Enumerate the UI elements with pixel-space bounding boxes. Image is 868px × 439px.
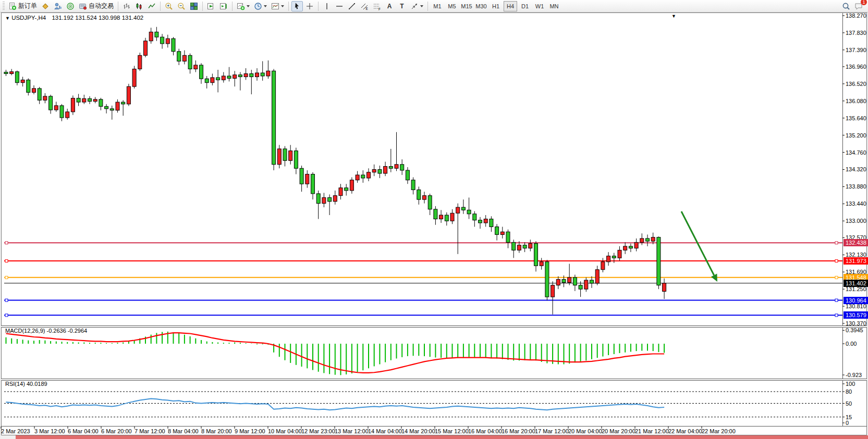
time-axis-label: 2 Mar 2023 — [1, 428, 30, 434]
toolbar-separator — [318, 2, 319, 11]
fibonacci-button[interactable]: F — [371, 1, 383, 11]
crosshair-icon — [305, 2, 314, 10]
time-axis-label: 17 Mar 12:00 — [535, 428, 569, 434]
channel-icon: E — [360, 2, 369, 10]
horizontal-line-button[interactable] — [334, 1, 345, 11]
bar-chart-button[interactable] — [121, 1, 132, 11]
time-axis-label: 8 Mar 20:00 — [201, 428, 232, 434]
cursor-button[interactable] — [291, 1, 303, 11]
text-label-button-glyph: T — [400, 3, 404, 10]
chart-ohlc-values: 131.192 131.524 130.998 131.402 — [52, 15, 143, 21]
tile-windows-button[interactable] — [188, 1, 200, 11]
notifications-button[interactable]: 1 — [853, 1, 864, 11]
chart-symbol-period: USDJPY-,H4 — [11, 15, 46, 21]
macd-panel-splitter[interactable] — [1, 325, 867, 328]
price-axis-label: 131.250 — [846, 286, 866, 292]
vline-icon — [323, 2, 331, 10]
line-chart-button[interactable] — [146, 1, 157, 11]
chevron-down-icon — [264, 5, 267, 7]
timeframe-button-m30[interactable]: M30 — [474, 1, 488, 11]
chart-dropdown-marker[interactable]: ▼ — [671, 14, 676, 19]
toolbar-separator — [288, 2, 289, 11]
channel-button[interactable]: E — [359, 1, 370, 11]
toolbar-separator — [202, 2, 203, 11]
crosshair-button[interactable] — [304, 1, 315, 11]
rsi-axis-label: 15 — [846, 414, 852, 420]
fibo-icon: F — [373, 2, 381, 10]
price-line-badge-131.973: 131.973 — [843, 257, 868, 265]
timeframe-button-h4[interactable]: H4 — [504, 1, 517, 11]
price-axis-label: 136.520 — [846, 81, 866, 87]
rsi-axis-label: 50 — [846, 400, 852, 407]
text-button[interactable]: A — [384, 1, 395, 11]
autotrading-button-label: 自动交易 — [89, 2, 114, 10]
price-axis-label: 133.000 — [846, 218, 866, 224]
auto-scroll-button[interactable] — [205, 1, 217, 11]
rsi-axis-label: 0 — [846, 420, 849, 426]
rsi-panel-splitter[interactable] — [1, 379, 867, 381]
time-axis-label: 20 Mar 04:00 — [568, 428, 602, 434]
search-button[interactable] — [840, 1, 852, 11]
price-axis-label: 137.390 — [846, 47, 866, 53]
shift-icon — [219, 2, 228, 10]
timeframe-button-mn[interactable]: MN — [547, 1, 561, 11]
timeframe-button-m5[interactable]: M5 — [445, 1, 459, 11]
zoom-out-button[interactable] — [176, 1, 187, 11]
toolbar-grip[interactable] — [3, 2, 5, 11]
toolbar-right-group: 1 — [840, 1, 865, 11]
zoom-in-button[interactable] — [163, 1, 175, 11]
timeframe-button-h1[interactable]: H1 — [489, 1, 503, 11]
template-button[interactable] — [270, 1, 286, 11]
trendline-button[interactable] — [346, 1, 358, 11]
macd-axis-label: -0.923 — [846, 372, 862, 378]
chart-shift-button[interactable] — [218, 1, 229, 11]
signals-button[interactable] — [65, 1, 76, 11]
vertical-line-button[interactable] — [321, 1, 333, 11]
price-axis-label: 136.080 — [846, 98, 866, 104]
timeframe-button-d1[interactable]: D1 — [518, 1, 532, 11]
price-axis-label: 130.810 — [846, 303, 866, 309]
time-axis-label: 7 Mar 12:00 — [135, 428, 165, 434]
text-label-button[interactable]: T — [396, 1, 408, 11]
price-axis-label: 134.760 — [846, 149, 866, 156]
search-icon — [842, 2, 850, 10]
person-icon — [54, 2, 62, 10]
new-order-button[interactable]: 新订单 — [7, 1, 39, 11]
time-axis-label: 10 Mar 04:00 — [268, 428, 302, 434]
autotrade-icon — [79, 2, 87, 10]
period-button[interactable] — [252, 1, 268, 11]
price-line-badge-132.438: 132.438 — [843, 239, 868, 246]
arrows-button[interactable] — [409, 1, 425, 11]
time-axis-label: 14 Mar 20:00 — [401, 428, 435, 434]
terminal-window: 新订单自动交易EFATM1M5M15M30H1H4D1W1MN1 ▼ USDJP… — [0, 0, 868, 439]
rsi-indicator-label: RSI(14) 40.0189 — [5, 381, 47, 387]
toolbar-separator — [118, 2, 118, 11]
macd-axis-label: 0.3945 — [846, 327, 863, 333]
zoomin-icon — [165, 2, 173, 10]
price-axis-border — [842, 13, 843, 426]
timeframe-button-m15[interactable]: M15 — [460, 1, 473, 11]
market-watch-button[interactable] — [40, 1, 51, 11]
data-window-button[interactable] — [52, 1, 64, 11]
candlestick-chart-button[interactable] — [133, 1, 145, 11]
bottom-accent-bar — [16, 435, 868, 439]
chevron-down-icon — [420, 5, 423, 7]
autotrading-button[interactable]: 自动交易 — [77, 1, 115, 11]
new-order-icon — [8, 2, 17, 10]
cursor-icon — [293, 2, 301, 10]
chart-collapse-icon[interactable]: ▼ — [5, 16, 10, 21]
svg-text:E: E — [366, 7, 369, 10]
timeframe-button-m1[interactable]: M1 — [431, 1, 444, 11]
candles-icon — [135, 2, 143, 10]
new-chart-button[interactable] — [235, 1, 251, 11]
radar-icon — [66, 2, 75, 10]
price-axis-label: 133.440 — [846, 200, 866, 207]
chart-window — [1, 12, 867, 435]
time-axis-label: 12 Mar 23:00 — [301, 428, 335, 434]
timeframe-button-w1[interactable]: W1 — [533, 1, 546, 11]
price-axis-label: 137.830 — [846, 30, 866, 36]
main-toolbar: 新订单自动交易EFATM1M5M15M30H1H4D1W1MN1 — [0, 0, 868, 12]
svg-text:F: F — [378, 7, 381, 10]
time-axis-label: 16 Mar 20:00 — [502, 428, 535, 434]
price-axis-label: 136.960 — [846, 64, 866, 70]
